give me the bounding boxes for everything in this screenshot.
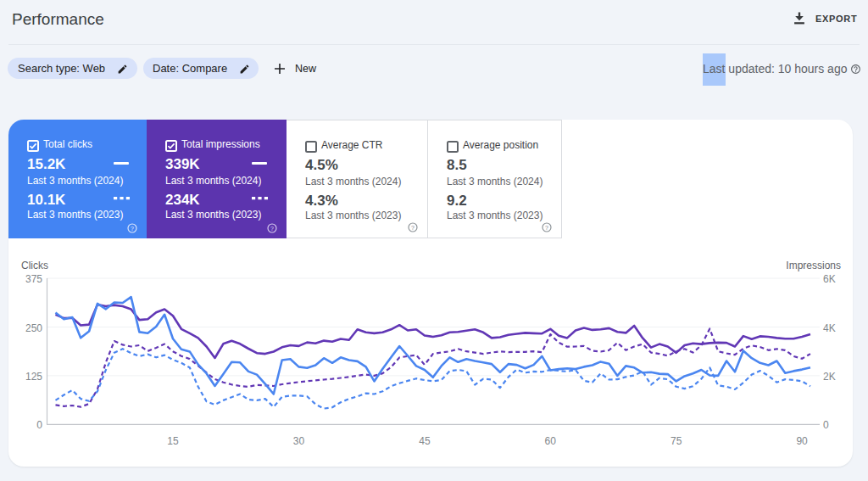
svg-text:75: 75 bbox=[670, 435, 682, 447]
svg-text:60: 60 bbox=[545, 435, 557, 447]
svg-text:375: 375 bbox=[25, 273, 42, 285]
svg-text:0: 0 bbox=[36, 419, 42, 431]
svg-text:30: 30 bbox=[293, 435, 305, 447]
svg-text:2K: 2K bbox=[823, 371, 836, 383]
svg-text:6K: 6K bbox=[823, 273, 836, 285]
svg-text:125: 125 bbox=[25, 371, 42, 383]
svg-text:250: 250 bbox=[25, 322, 42, 334]
svg-text:15: 15 bbox=[167, 435, 179, 447]
svg-text:90: 90 bbox=[796, 435, 808, 447]
svg-text:4K: 4K bbox=[823, 322, 836, 334]
svg-text:45: 45 bbox=[419, 435, 431, 447]
svg-text:Clicks: Clicks bbox=[21, 260, 48, 271]
svg-text:0: 0 bbox=[823, 419, 829, 431]
svg-text:Impressions: Impressions bbox=[786, 260, 841, 271]
